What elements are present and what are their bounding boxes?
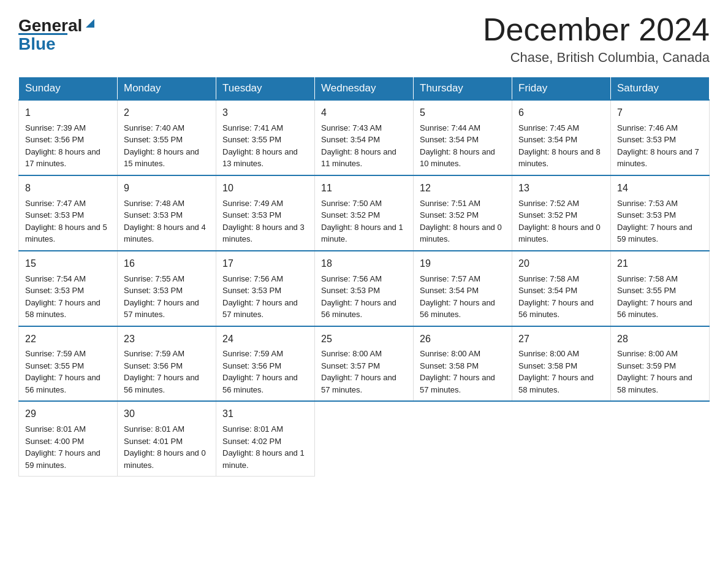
- col-monday: Monday: [118, 77, 216, 101]
- day-number: 17: [222, 256, 308, 272]
- day-number: 28: [617, 332, 703, 347]
- table-row: 11Sunrise: 7:50 AMSunset: 3:52 PMDayligh…: [315, 175, 414, 251]
- col-wednesday: Wednesday: [315, 77, 414, 101]
- col-friday: Friday: [512, 77, 611, 101]
- col-saturday: Saturday: [611, 77, 710, 101]
- day-number: 22: [25, 332, 111, 347]
- day-info: Sunrise: 8:01 AMSunset: 4:02 PMDaylight:…: [222, 423, 308, 471]
- day-info: Sunrise: 7:59 AMSunset: 3:55 PMDaylight:…: [25, 348, 111, 396]
- table-row: 21Sunrise: 7:58 AMSunset: 3:55 PMDayligh…: [611, 251, 710, 326]
- table-row: [315, 401, 414, 476]
- table-row: 5Sunrise: 7:44 AMSunset: 3:54 PMDaylight…: [414, 100, 512, 175]
- day-info: Sunrise: 8:00 AMSunset: 3:58 PMDaylight:…: [518, 348, 604, 396]
- day-number: 10: [222, 181, 308, 196]
- day-info: Sunrise: 7:55 AMSunset: 3:53 PMDaylight:…: [124, 273, 210, 321]
- table-row: 30Sunrise: 8:01 AMSunset: 4:01 PMDayligh…: [118, 401, 216, 476]
- table-row: 28Sunrise: 8:00 AMSunset: 3:59 PMDayligh…: [611, 326, 710, 402]
- title-area: December 2024 Chase, British Columbia, C…: [483, 12, 710, 66]
- day-number: 23: [124, 332, 210, 347]
- day-info: Sunrise: 7:50 AMSunset: 3:52 PMDaylight:…: [321, 197, 407, 245]
- table-row: 16Sunrise: 7:55 AMSunset: 3:53 PMDayligh…: [118, 251, 216, 326]
- table-row: 22Sunrise: 7:59 AMSunset: 3:55 PMDayligh…: [19, 326, 118, 402]
- svg-marker-0: [86, 19, 94, 28]
- day-number: 26: [420, 332, 506, 347]
- day-info: Sunrise: 7:56 AMSunset: 3:53 PMDaylight:…: [222, 273, 308, 321]
- day-info: Sunrise: 7:59 AMSunset: 3:56 PMDaylight:…: [124, 348, 210, 396]
- col-sunday: Sunday: [19, 77, 118, 101]
- table-row: 14Sunrise: 7:53 AMSunset: 3:53 PMDayligh…: [611, 175, 710, 251]
- table-row: 7Sunrise: 7:46 AMSunset: 3:53 PMDaylight…: [611, 100, 710, 175]
- day-number: 1: [25, 105, 111, 121]
- table-row: 10Sunrise: 7:49 AMSunset: 3:53 PMDayligh…: [216, 175, 315, 251]
- col-thursday: Thursday: [414, 77, 512, 101]
- day-info: Sunrise: 7:46 AMSunset: 3:53 PMDaylight:…: [617, 122, 703, 170]
- calendar-table: Sunday Monday Tuesday Wednesday Thursday…: [18, 77, 710, 477]
- day-number: 15: [25, 256, 111, 272]
- table-row: 25Sunrise: 8:00 AMSunset: 3:57 PMDayligh…: [315, 326, 414, 402]
- table-row: 24Sunrise: 7:59 AMSunset: 3:56 PMDayligh…: [216, 326, 315, 402]
- day-number: 27: [518, 332, 604, 347]
- day-info: Sunrise: 7:54 AMSunset: 3:53 PMDaylight:…: [25, 273, 111, 321]
- day-number: 16: [124, 256, 210, 272]
- table-row: 20Sunrise: 7:58 AMSunset: 3:54 PMDayligh…: [512, 251, 611, 326]
- table-row: 9Sunrise: 7:48 AMSunset: 3:53 PMDaylight…: [118, 175, 216, 251]
- day-number: 6: [518, 105, 604, 121]
- day-number: 24: [222, 332, 308, 347]
- day-info: Sunrise: 7:51 AMSunset: 3:52 PMDaylight:…: [420, 197, 506, 245]
- table-row: 23Sunrise: 7:59 AMSunset: 3:56 PMDayligh…: [118, 326, 216, 402]
- day-number: 18: [321, 256, 407, 272]
- day-info: Sunrise: 8:00 AMSunset: 3:58 PMDaylight:…: [420, 348, 506, 396]
- logo-triangle-icon: [83, 17, 97, 30]
- logo: General Blue: [18, 17, 97, 53]
- day-number: 11: [321, 181, 407, 196]
- table-row: 31Sunrise: 8:01 AMSunset: 4:02 PMDayligh…: [216, 401, 315, 476]
- table-row: 19Sunrise: 7:57 AMSunset: 3:54 PMDayligh…: [414, 251, 512, 326]
- table-row: [512, 401, 611, 476]
- table-row: 2Sunrise: 7:40 AMSunset: 3:55 PMDaylight…: [118, 100, 216, 175]
- day-number: 3: [222, 105, 308, 121]
- table-row: [414, 401, 512, 476]
- day-info: Sunrise: 7:45 AMSunset: 3:54 PMDaylight:…: [518, 122, 604, 170]
- page-header: General Blue December 2024 Chase, Britis…: [18, 12, 710, 66]
- day-info: Sunrise: 8:01 AMSunset: 4:01 PMDaylight:…: [124, 423, 210, 471]
- table-row: 8Sunrise: 7:47 AMSunset: 3:53 PMDaylight…: [19, 175, 118, 251]
- day-info: Sunrise: 7:57 AMSunset: 3:54 PMDaylight:…: [420, 273, 506, 321]
- day-number: 19: [420, 256, 506, 272]
- day-info: Sunrise: 7:59 AMSunset: 3:56 PMDaylight:…: [222, 348, 308, 396]
- day-number: 13: [518, 181, 604, 196]
- table-row: 27Sunrise: 8:00 AMSunset: 3:58 PMDayligh…: [512, 326, 611, 402]
- table-row: 15Sunrise: 7:54 AMSunset: 3:53 PMDayligh…: [19, 251, 118, 326]
- day-info: Sunrise: 7:48 AMSunset: 3:53 PMDaylight:…: [124, 197, 210, 245]
- day-info: Sunrise: 7:40 AMSunset: 3:55 PMDaylight:…: [124, 122, 210, 170]
- day-info: Sunrise: 8:01 AMSunset: 4:00 PMDaylight:…: [25, 423, 111, 471]
- day-number: 5: [420, 105, 506, 121]
- day-info: Sunrise: 7:53 AMSunset: 3:53 PMDaylight:…: [617, 197, 703, 245]
- day-number: 12: [420, 181, 506, 196]
- table-row: 17Sunrise: 7:56 AMSunset: 3:53 PMDayligh…: [216, 251, 315, 326]
- day-info: Sunrise: 7:43 AMSunset: 3:54 PMDaylight:…: [321, 122, 407, 170]
- table-row: 1Sunrise: 7:39 AMSunset: 3:56 PMDaylight…: [19, 100, 118, 175]
- day-info: Sunrise: 8:00 AMSunset: 3:57 PMDaylight:…: [321, 348, 407, 396]
- month-title: December 2024: [483, 12, 710, 47]
- day-info: Sunrise: 7:39 AMSunset: 3:56 PMDaylight:…: [25, 122, 111, 170]
- day-number: 30: [124, 407, 210, 422]
- day-number: 4: [321, 105, 407, 121]
- day-info: Sunrise: 7:47 AMSunset: 3:53 PMDaylight:…: [25, 197, 111, 245]
- day-info: Sunrise: 7:49 AMSunset: 3:53 PMDaylight:…: [222, 197, 308, 245]
- calendar-body: 1Sunrise: 7:39 AMSunset: 3:56 PMDaylight…: [19, 100, 710, 476]
- table-row: 29Sunrise: 8:01 AMSunset: 4:00 PMDayligh…: [19, 401, 118, 476]
- day-number: 25: [321, 332, 407, 347]
- day-number: 2: [124, 105, 210, 121]
- day-info: Sunrise: 7:44 AMSunset: 3:54 PMDaylight:…: [420, 122, 506, 170]
- calendar-header: Sunday Monday Tuesday Wednesday Thursday…: [19, 77, 710, 101]
- table-row: 18Sunrise: 7:56 AMSunset: 3:53 PMDayligh…: [315, 251, 414, 326]
- day-number: 8: [25, 181, 111, 196]
- table-row: 13Sunrise: 7:52 AMSunset: 3:52 PMDayligh…: [512, 175, 611, 251]
- logo-blue: Blue: [18, 36, 56, 53]
- day-info: Sunrise: 7:56 AMSunset: 3:53 PMDaylight:…: [321, 273, 407, 321]
- day-number: 20: [518, 256, 604, 272]
- table-row: 26Sunrise: 8:00 AMSunset: 3:58 PMDayligh…: [414, 326, 512, 402]
- table-row: 3Sunrise: 7:41 AMSunset: 3:55 PMDaylight…: [216, 100, 315, 175]
- day-number: 21: [617, 256, 703, 272]
- day-info: Sunrise: 7:58 AMSunset: 3:54 PMDaylight:…: [518, 273, 604, 321]
